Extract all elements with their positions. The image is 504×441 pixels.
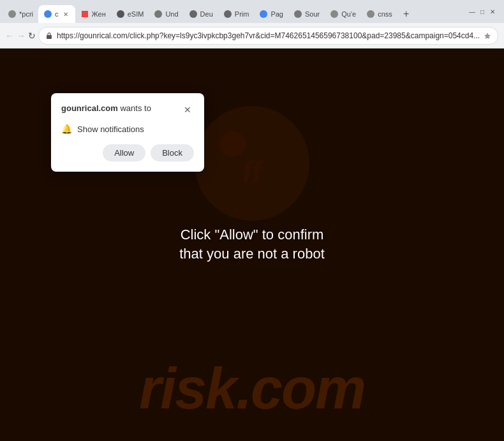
message-line2: that you are not a robot [179,245,325,265]
toolbar: ← → ↻ https://gounrical.com/click.php?ke… [0,23,504,49]
page-content: ff risk.com Click "Allow" to confirm tha… [0,49,504,441]
tab-10[interactable]: Qu'e [325,5,361,23]
tab-8-favicon [259,10,268,19]
forward-button[interactable]: → [17,27,26,45]
popup-title-suffix: wants to [118,103,151,113]
watermark-text: risk.com [139,356,365,422]
tab-4-label: eSIM [128,10,144,18]
tab-3-favicon [80,10,89,19]
tab-2-label: c [55,10,59,18]
svg-point-6 [224,10,232,18]
tab-6[interactable]: Deu [184,5,218,23]
popup-option: 🔔 Show notifications [61,124,194,134]
lock-icon [45,32,53,40]
tab-6-favicon [189,10,198,19]
close-button[interactable]: ✕ [489,8,496,15]
svg-point-5 [189,10,197,18]
star-icon[interactable] [484,32,491,40]
tab-7-favicon [223,10,232,19]
tab-9[interactable]: Sour [288,5,325,23]
tab-11-label: cnss [378,10,392,18]
popup-close-button[interactable]: ✕ [181,103,194,116]
svg-point-0 [8,10,16,18]
option-label: Show notifications [77,124,144,134]
svg-point-18 [220,131,246,157]
tab-10-favicon [330,10,339,19]
tab-3[interactable]: Жен [75,5,111,23]
popup-header: gounrical.com wants to ✕ [61,103,194,116]
tab-3-label: Жен [92,10,106,18]
svg-marker-12 [484,33,491,39]
svg-rect-11 [47,35,52,39]
new-tab-button[interactable]: + [397,5,415,23]
tab-7-label: Prim [235,10,249,18]
tab-2[interactable]: c ✕ [38,5,75,23]
svg-point-10 [367,10,374,18]
address-bar[interactable]: https://gounrical.com/click.php?key=ls9y… [38,27,498,45]
svg-point-8 [294,10,302,18]
refresh-button[interactable]: ↻ [28,27,36,45]
svg-text:ff: ff [242,155,264,189]
message-line1: Click "Allow" to confirm [179,225,325,245]
svg-point-4 [154,10,162,18]
tab-11[interactable]: cnss [361,5,397,23]
tab-1-favicon [8,10,17,19]
minimize-button[interactable]: — [468,8,476,15]
svg-point-9 [330,10,338,18]
tab-8[interactable]: Pag [254,5,288,23]
notification-popup: gounrical.com wants to ✕ 🔔 Show notifica… [51,93,204,172]
tab-5-favicon [154,10,163,19]
tab-4-favicon [116,10,125,19]
browser-window: *pcri c ✕ Жен eSIM [0,0,504,441]
svg-point-1 [44,10,52,18]
tab-2-close[interactable]: ✕ [61,10,70,19]
tab-5[interactable]: Und [149,5,183,23]
svg-point-7 [260,10,267,18]
tab-10-label: Qu'e [341,10,356,18]
center-message: Click "Allow" to confirm that you are no… [179,225,325,265]
allow-button[interactable]: Allow [103,144,145,161]
profile-button[interactable] [501,27,504,45]
window-controls: — □ ✕ [463,8,501,15]
popup-title: gounrical.com wants to [61,103,151,113]
popup-buttons: Allow Block [61,144,194,161]
svg-point-3 [117,10,124,18]
toolbar-right [501,27,504,45]
tab-9-favicon [293,10,302,19]
block-button[interactable]: Block [151,144,194,161]
tab-9-label: Sour [305,10,320,18]
tab-1-label: *pcri [19,10,33,18]
title-bar: *pcri c ✕ Жен eSIM [0,0,504,23]
tab-11-favicon [366,10,375,19]
back-button[interactable]: ← [5,27,14,45]
tab-5-label: Und [165,10,178,18]
maximize-button[interactable]: □ [478,8,486,15]
tab-2-favicon [43,10,52,19]
watermark-logo: ff [188,100,316,227]
url-text: https://gounrical.com/click.php?key=ls9y… [57,31,480,40]
tab-7[interactable]: Prim [218,5,255,23]
tab-6-label: Deu [200,10,213,18]
tab-8-label: Pag [271,10,283,18]
svg-rect-2 [82,11,88,17]
tab-4[interactable]: eSIM [111,5,149,23]
tab-bar: *pcri c ✕ Жен eSIM [3,0,463,23]
tab-1[interactable]: *pcri [3,5,38,23]
popup-site-name: gounrical.com [61,103,118,113]
bell-icon: 🔔 [61,124,72,134]
